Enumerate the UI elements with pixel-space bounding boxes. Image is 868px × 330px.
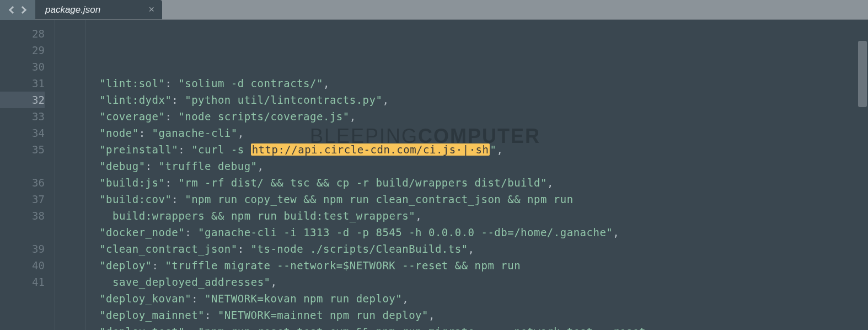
code-line: "debug": "truffle debug",: [99, 158, 646, 174]
line-gutter: 2829303132333435363738394041: [0, 20, 55, 330]
nav-arrows: [0, 0, 35, 20]
code-line: "deploy_test": "npm run reset_test_evm &…: [99, 323, 646, 330]
nav-forward-icon[interactable]: [19, 6, 26, 14]
line-number: 40: [0, 257, 45, 274]
code-line: "clean_contract_json": "ts-node ./script…: [99, 241, 646, 257]
line-number: 39: [0, 241, 45, 257]
line-number: [0, 290, 45, 307]
line-number: 41: [0, 274, 45, 290]
scrollbar-thumb[interactable]: [858, 41, 867, 107]
line-number: 33: [0, 108, 45, 125]
nav-back-icon[interactable]: [9, 6, 17, 14]
line-number: 31: [0, 75, 45, 92]
code-line: save_deployed_addresses",: [99, 274, 646, 290]
line-number: 30: [0, 58, 45, 75]
line-number: [0, 158, 45, 174]
code-line: "docker_node": "ganache-cli -i 1313 -d -…: [99, 224, 646, 241]
close-icon[interactable]: ×: [148, 4, 154, 15]
code-line: "deploy": "truffle migrate --network=$NE…: [99, 257, 646, 274]
line-number: 28: [0, 25, 45, 42]
line-number: 35: [0, 141, 45, 158]
code-line: "node": "ganache-cli",: [99, 125, 646, 141]
code-line: "lint:dydx": "python util/lintcontracts.…: [99, 92, 646, 108]
editor: 2829303132333435363738394041 BLEEPINGCOM…: [0, 20, 868, 330]
tab-package-json[interactable]: package.json ×: [35, 0, 162, 19]
code-line: "build:js": "rm -rf dist/ && tsc && cp -…: [99, 174, 646, 191]
line-number: 37: [0, 191, 45, 207]
code-line: build:wrappers && npm run build:test_wra…: [99, 207, 646, 224]
tab-bar: package.json ×: [0, 0, 868, 20]
line-number: 34: [0, 125, 45, 141]
code-area[interactable]: BLEEPINGCOMPUTER "lint:sol": "solium -d …: [55, 20, 646, 330]
line-number: 38: [0, 207, 45, 224]
code-line: "build:cov": "npm run copy_tew && npm ru…: [99, 191, 646, 207]
tab-title: package.json: [45, 4, 100, 15]
line-number: 36: [0, 174, 45, 191]
line-number: 29: [0, 42, 45, 58]
code-line: "preinstall": "curl -s http://api.circle…: [99, 141, 646, 158]
line-number: [0, 224, 45, 241]
line-number: 32: [0, 92, 45, 108]
code-line: "coverage": "node scripts/coverage.js",: [99, 108, 646, 125]
code-line: "deploy_kovan": "NETWORK=kovan npm run d…: [99, 290, 646, 307]
code-line: "deploy_mainnet": "NETWORK=mainnet npm r…: [99, 307, 646, 323]
code-line: "lint:sol": "solium -d contracts/",: [99, 75, 646, 92]
